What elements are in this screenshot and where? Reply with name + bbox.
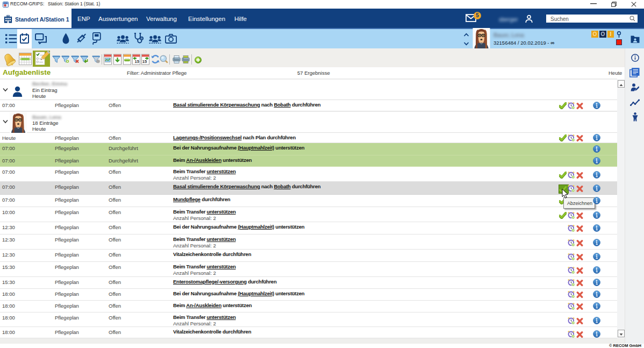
svg-text:15: 15 — [142, 59, 147, 64]
svg-text:15: 15 — [135, 59, 139, 64]
